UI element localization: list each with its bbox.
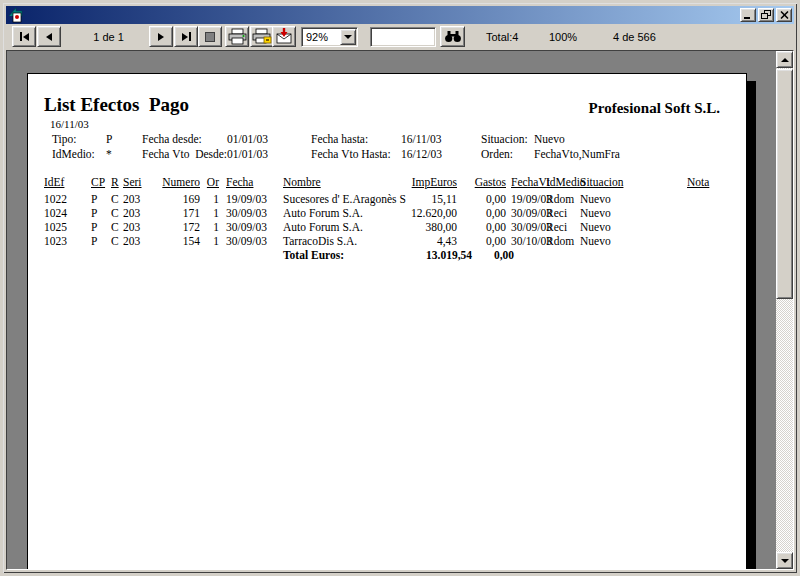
report-viewer-window: 1 de 1	[0, 0, 800, 576]
cell-numero: 171	[153, 207, 200, 219]
cell-cp: P	[91, 207, 97, 219]
scrollbar-thumb[interactable]	[776, 69, 793, 299]
zoom-value: 92%	[306, 31, 328, 43]
cell-impeuros: 380,00	[363, 221, 457, 233]
close-button[interactable]	[776, 8, 792, 22]
cell-nombre: Auto Forum S.A.	[283, 221, 363, 233]
print-setup-button[interactable]	[250, 26, 274, 47]
idmedio-value: *	[106, 148, 112, 160]
cell-situacion: Nuevo	[580, 221, 611, 233]
printer-icon	[227, 28, 247, 45]
zoom-combobox[interactable]: 92%	[301, 27, 358, 47]
cell-impeuros: 12.620,00	[363, 207, 457, 219]
chevron-down-icon	[781, 559, 789, 563]
cell-idef: 1023	[36, 235, 67, 247]
fecha-hasta-label: Fecha hasta:	[311, 133, 368, 145]
minimize-button[interactable]	[740, 8, 756, 22]
next-page-button[interactable]	[149, 26, 173, 47]
search-button[interactable]	[440, 26, 465, 47]
table-row: 1024 P C 203 171 1 30/09/03 Auto Forum S…	[28, 207, 746, 220]
cell-idmedio: Reci	[546, 221, 567, 233]
page-shadow	[747, 81, 756, 569]
cell-fecha: 30/09/03	[226, 235, 267, 247]
fecha-desde-value: 01/01/03	[227, 133, 268, 145]
total-impeuros: 13.019,54	[363, 249, 472, 261]
fecha-vto-desde-value: 01/01/03	[227, 148, 268, 160]
search-input[interactable]	[370, 27, 436, 47]
previous-page-button[interactable]	[37, 26, 61, 47]
titlebar	[6, 6, 794, 24]
header-or: Or	[200, 176, 219, 188]
progress-indicator: 100%	[549, 31, 577, 43]
print-button[interactable]	[225, 26, 249, 47]
cell-numero: 169	[153, 193, 200, 205]
header-nota: Nota	[687, 176, 709, 188]
header-impeuros: ImpEuros	[363, 176, 457, 188]
fecha-hasta-value: 16/11/03	[401, 133, 441, 145]
cell-r: C	[111, 207, 119, 219]
header-gastos: Gastos	[462, 176, 506, 188]
cell-r: C	[111, 221, 119, 233]
close-icon	[780, 11, 789, 19]
tipo-label: Tipo:	[52, 133, 77, 145]
report-app-icon[interactable]	[8, 7, 24, 23]
cell-seri: 203	[123, 235, 140, 247]
export-button[interactable]	[272, 26, 296, 47]
cell-or: 1	[200, 193, 219, 205]
chevron-down-icon[interactable]	[340, 29, 356, 45]
cell-cp: P	[91, 221, 97, 233]
header-numero: Numero	[153, 176, 200, 188]
toolbar: 1 de 1	[6, 24, 794, 50]
cell-seri: 203	[123, 193, 140, 205]
total-label: Total Euros:	[283, 249, 344, 261]
header-idef: IdEf	[44, 176, 75, 188]
header-nombre: Nombre	[283, 176, 321, 188]
total-indicator: Total:4	[486, 31, 518, 43]
header-fecha: Fecha	[226, 176, 253, 188]
total-row: Total Euros: 13.019,54 0,00	[28, 249, 746, 262]
cell-gastos: 0,00	[462, 221, 506, 233]
cell-or: 1	[200, 221, 219, 233]
cell-idef: 1025	[36, 221, 67, 233]
header-fechavt: FechaVt	[511, 176, 550, 188]
cell-r: C	[111, 193, 119, 205]
orden-label: Orden:	[481, 148, 513, 160]
cell-impeuros: 15,11	[363, 193, 457, 205]
cell-numero: 172	[153, 221, 200, 233]
header-r: R	[111, 176, 119, 188]
cell-idmedio: Reci	[546, 207, 567, 219]
cell-impeuros: 4,43	[363, 235, 457, 247]
first-page-button[interactable]	[12, 26, 36, 47]
last-page-button[interactable]	[174, 26, 198, 47]
fecha-desde-label: Fecha desde:	[142, 133, 202, 145]
cell-fecha: 30/09/03	[226, 221, 267, 233]
cell-idef: 1022	[36, 193, 67, 205]
header-seri: Seri	[123, 176, 142, 188]
cell-fecha: 30/09/03	[226, 207, 267, 219]
vertical-scrollbar[interactable]	[776, 51, 793, 569]
cell-cp: P	[91, 235, 97, 247]
fecha-vto-hasta-label: Fecha Vto Hasta:	[311, 148, 391, 160]
scroll-down-button[interactable]	[776, 552, 793, 569]
restore-button[interactable]	[758, 8, 774, 22]
table-row: 1022 P C 203 169 1 19/09/03 Sucesores d'…	[28, 193, 746, 206]
cell-or: 1	[200, 235, 219, 247]
export-icon	[274, 28, 294, 45]
cell-seri: 203	[123, 207, 140, 219]
orden-value: FechaVto,NumFra	[534, 148, 620, 160]
previous-page-icon	[46, 33, 52, 41]
cell-idef: 1024	[36, 207, 67, 219]
filter-row-2: IdMedio: * Fecha Vto Desde: 01/01/03 Fec…	[28, 148, 746, 161]
cell-idmedio: Rdom	[546, 235, 574, 247]
scroll-up-button[interactable]	[776, 51, 793, 68]
cell-r: C	[111, 235, 119, 247]
total-gastos: 0,00	[462, 249, 514, 261]
cell-situacion: Nuevo	[580, 207, 611, 219]
stop-button[interactable]	[198, 26, 222, 47]
binoculars-icon	[444, 30, 462, 43]
cell-idmedio: Rdom	[546, 193, 574, 205]
last-page-icon	[182, 33, 188, 41]
report-content: List Efectos Pago Profesional Soft S.L. …	[28, 74, 746, 569]
report-page: List Efectos Pago Profesional Soft S.L. …	[27, 73, 747, 569]
situacion-value: Nuevo	[534, 133, 565, 145]
